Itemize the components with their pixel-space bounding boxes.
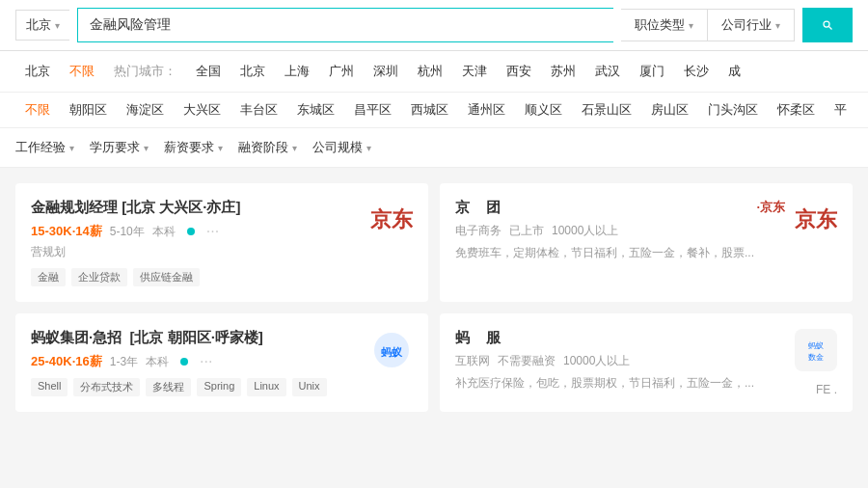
job-education-3: 本科 [146,354,169,370]
district-fangshan[interactable]: 房山区 [641,98,698,122]
city-selector[interactable]: 北京 ▾ [15,10,69,41]
company-size-label: 公司规模 [312,139,363,156]
city-item-hangzhou[interactable]: 杭州 [408,59,452,84]
experience-arrow-icon: ▾ [69,143,74,153]
city-label: 北京 [26,16,51,34]
company-industry-arrow-icon: ▾ [775,20,780,31]
company-logo-1: 京东 [370,199,413,241]
district-dongcheng[interactable]: 东城区 [287,98,344,122]
company-industry-label: 公司行业 [721,16,772,34]
tag-unix: Unix [292,378,327,396]
city-item-shenzhen[interactable]: 深圳 [364,59,408,84]
tag-supply-chain: 供应链金融 [133,268,200,286]
company-stage-2: 已上市 [509,223,544,239]
company-type-4: 互联网 [455,353,490,369]
district-mentougou[interactable]: 门头沟区 [698,98,768,122]
experience-filter[interactable]: 工作经验 ▾ [15,136,74,159]
search-icon [822,15,833,35]
education-label: 学历要求 [90,139,140,156]
svg-rect-4 [795,329,837,371]
district-more[interactable]: 平 [825,98,856,122]
job-desc-4: 补充医疗保险，包吃，股票期权，节日福利，五险一金，... [455,375,837,392]
svg-text:数金: 数金 [808,353,824,362]
svg-text:蚂蚁: 蚂蚁 [808,341,824,350]
salary-label: 薪资要求 [164,139,214,156]
city-item-changsha[interactable]: 长沙 [674,59,719,84]
current-city[interactable]: 北京 [15,59,60,84]
funding-label: 融资阶段 [238,139,288,156]
city-item-shanghai[interactable]: 上海 [275,59,319,84]
city-item-xian[interactable]: 西安 [497,59,541,84]
salary-arrow-icon: ▾ [218,143,223,153]
job-tags-1: 金融 企业贷款 供应链金融 [31,268,413,286]
tag-distributed: 分布式技术 [73,378,140,396]
district-filter-bar: 不限 朝阳区 海淀区 大兴区 丰台区 东城区 昌平区 西城区 通州区 顺义区 石… [0,93,868,128]
city-item-more[interactable]: 成 [719,59,750,84]
job-experience-3: 1-3年 [110,354,138,370]
job-education-1: 本科 [152,224,176,240]
district-changping[interactable]: 昌平区 [344,98,401,122]
company-type-2: 电子商务 [455,223,502,239]
city-item-tianjin[interactable]: 天津 [452,59,497,84]
active-dot-3 [180,358,188,366]
company-size-info-4: 10000人以上 [563,353,630,369]
job-tags-3: Shell 分布式技术 多线程 Spring Linux Unix [31,378,413,396]
filter-buttons: 职位类型 ▾ 公司行业 ▾ [621,9,795,41]
header: 北京 ▾ 职位类型 ▾ 公司行业 ▾ [0,0,868,51]
city-item-guangzhou[interactable]: 广州 [319,59,364,84]
search-input[interactable] [77,8,613,42]
no-limit-filter[interactable]: 不限 [60,59,104,84]
district-shunyi[interactable]: 顺义区 [515,98,572,122]
funding-arrow-icon: ▾ [292,143,297,153]
job-card-2[interactable]: 京东 京 团 电子商务 已上市 10000人以上 免费班车，定期体检，节日福利，… [440,183,853,302]
tag-shell: Shell [31,378,68,396]
more-icon-3[interactable]: ··· [200,353,212,370]
district-daxing[interactable]: 大兴区 [174,98,231,122]
job-title-3: 蚂蚁集团·急招 [北京 朝阳区·呼家楼] [31,329,413,347]
district-chaoyang[interactable]: 朝阳区 [60,98,117,122]
job-salary-1: 15-30K·14薪 [31,223,102,240]
company-funding-4: 不需要融资 [498,353,556,369]
job-type-filter[interactable]: 职位类型 ▾ [621,9,708,41]
search-button[interactable] [802,8,853,42]
job-card-3[interactable]: 蚂蚁 蚂蚁集团·急招 [北京 朝阳区·呼家楼] 25-40K·16薪 1-3年 … [15,313,428,412]
city-arrow-icon: ▾ [55,20,60,31]
active-dot-1 [187,228,195,235]
district-shijingshan[interactable]: 石景山区 [572,98,641,122]
company-industry-filter[interactable]: 公司行业 ▾ [708,9,795,41]
job-title-1: 金融规划经理 [北京 大兴区·亦庄] [31,199,413,217]
job-card-4[interactable]: 蚂蚁 数金 蚂 服 互联网 不需要融资 10000人以上 补充医疗保险，包吃，股… [440,313,853,412]
fe-label: FE . [816,383,837,396]
district-haidian[interactable]: 海淀区 [117,98,174,122]
district-huairou[interactable]: 怀柔区 [768,98,825,122]
job-type-arrow-icon: ▾ [689,20,693,31]
tag-spring: Spring [197,378,241,396]
education-filter[interactable]: 学历要求 ▾ [90,136,149,159]
company-logo-4: 蚂蚁 数金 [795,329,837,371]
district-tongzhou[interactable]: 通州区 [458,98,515,122]
city-item-beijing[interactable]: 北京 [231,59,275,84]
job-list: 京东 金融规划经理 [北京 大兴区·亦庄] 15-30K·14薪 5-10年 本… [0,168,868,427]
tag-finance: 金融 [31,268,66,286]
job-experience-1: 5-10年 [110,224,145,240]
company-size-filter[interactable]: 公司规模 ▾ [312,136,371,159]
company-size-arrow-icon: ▾ [366,143,371,153]
job-salary-3: 25-40K·16薪 [31,353,102,370]
job-category-1: 营规划 [31,244,413,260]
city-item-wuhan[interactable]: 武汉 [585,59,630,84]
hot-cities-label: 热门城市： [104,59,186,84]
district-fengtai[interactable]: 丰台区 [231,98,287,122]
city-item-all[interactable]: 全国 [186,59,231,84]
city-item-suzhou[interactable]: 苏州 [541,59,585,84]
city-filter-bar: 北京 不限 热门城市： 全国 北京 上海 广州 深圳 杭州 天津 西安 苏州 武… [0,51,868,93]
funding-filter[interactable]: 融资阶段 ▾ [238,136,297,159]
tag-linux: Linux [247,378,285,396]
company-title-4: 蚂 服 [455,329,837,347]
company-logo-2: 京东 [795,199,837,241]
more-icon-1[interactable]: ··· [206,223,219,240]
job-card-1[interactable]: 京东 金融规划经理 [北京 大兴区·亦庄] 15-30K·14薪 5-10年 本… [15,183,428,302]
district-no-limit[interactable]: 不限 [15,98,60,122]
district-xicheng[interactable]: 西城区 [401,98,458,122]
city-item-xiamen[interactable]: 厦门 [630,59,674,84]
salary-filter[interactable]: 薪资要求 ▾ [164,136,223,159]
